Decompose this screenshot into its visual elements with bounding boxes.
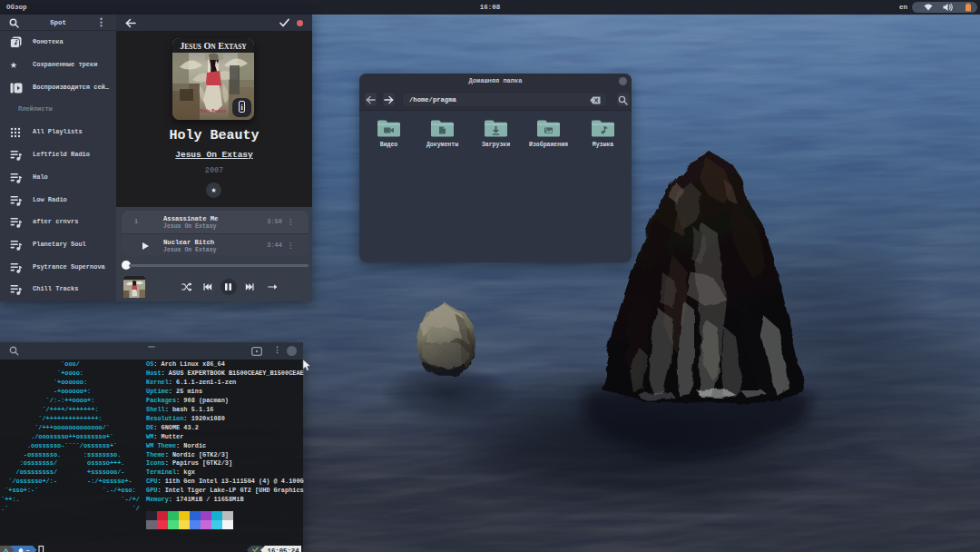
svg-text:JESUS ON EXTASY: JESUS ON EXTASY <box>180 41 247 51</box>
svg-text:16:05:24: 16:05:24 <box>268 547 300 552</box>
svg-text:~: ~ <box>26 547 30 552</box>
svg-text:Holy Beauty: Holy Beauty <box>200 108 226 113</box>
